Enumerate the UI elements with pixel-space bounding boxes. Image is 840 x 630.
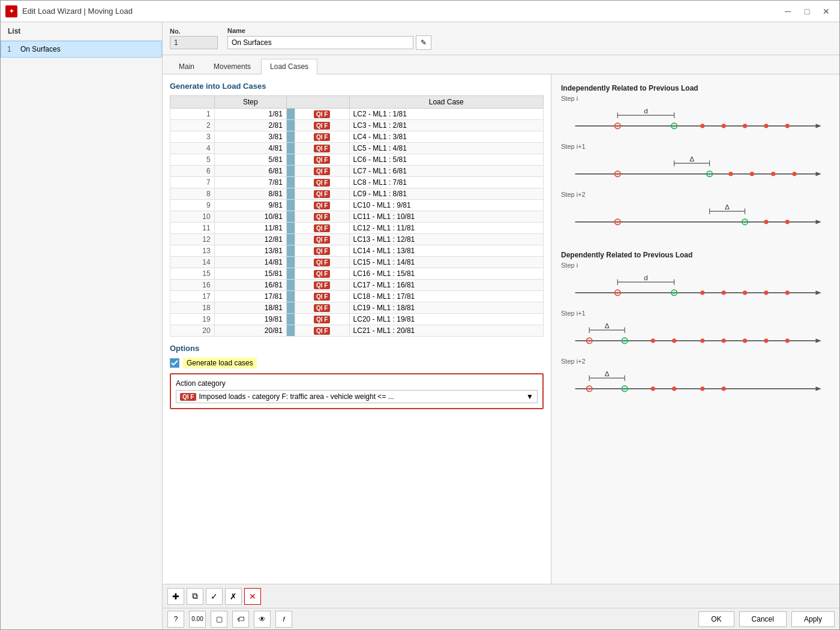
help-button[interactable]: ? bbox=[167, 611, 184, 628]
dep-step-i1-label: Step i+1 bbox=[561, 310, 830, 317]
step-cell: 8/81 bbox=[214, 188, 286, 200]
tab-load-cases[interactable]: Load Cases bbox=[261, 59, 317, 74]
qif-badge: QI F bbox=[314, 247, 330, 255]
step-cell: 14/81 bbox=[214, 257, 286, 268]
panel-content: Generate into Load Cases Step Load Case bbox=[163, 74, 839, 584]
badge-cell: QI F bbox=[295, 291, 349, 302]
lc-cell: LC9 - ML1 : 8/81 bbox=[349, 188, 543, 200]
lc-cell: LC17 - ML1 : 16/81 bbox=[349, 280, 543, 291]
teal-cell-1 bbox=[286, 268, 295, 280]
qif-badge: QI F bbox=[314, 327, 330, 335]
svg-point-13 bbox=[764, 124, 768, 128]
row-num: 19 bbox=[170, 314, 215, 325]
copy-button[interactable]: ⧉ bbox=[187, 588, 203, 605]
step-cell: 18/81 bbox=[214, 302, 286, 314]
teal-cell-1 bbox=[286, 314, 295, 325]
svg-text:Δ: Δ bbox=[689, 155, 694, 163]
lc-cell: LC20 - ML1 : 19/81 bbox=[349, 314, 543, 325]
delete-button[interactable]: ✕ bbox=[244, 588, 261, 605]
svg-marker-20 bbox=[815, 172, 821, 176]
add-button[interactable]: ✚ bbox=[167, 588, 184, 605]
lc-cell: LC6 - ML1 : 5/81 bbox=[349, 154, 543, 166]
tag-button[interactable]: 🏷 bbox=[232, 611, 249, 628]
svg-text:Δ: Δ bbox=[605, 322, 610, 329]
col-step-header: Step bbox=[214, 96, 286, 109]
uncheck-button[interactable]: ✗ bbox=[225, 588, 242, 605]
teal-cell-1 bbox=[286, 154, 295, 166]
row-num: 17 bbox=[170, 291, 215, 302]
svg-marker-78 bbox=[815, 386, 821, 391]
svg-marker-5 bbox=[815, 124, 821, 128]
cancel-button[interactable]: Cancel bbox=[739, 611, 787, 627]
svg-point-36 bbox=[617, 221, 619, 223]
select-button[interactable]: ▢ bbox=[211, 611, 227, 628]
teal-cell-1 bbox=[286, 143, 295, 154]
ind-step-i2-label: Step i+2 bbox=[561, 191, 830, 198]
row-num: 13 bbox=[170, 245, 215, 257]
row-num: 2 bbox=[170, 120, 215, 131]
title-bar-left: ✦ Edit Load Wizard | Moving Load bbox=[5, 5, 133, 17]
lc-cell: LC21 - ML1 : 20/81 bbox=[349, 325, 543, 337]
diagrams-panel: Independently Related to Previous Load S… bbox=[551, 74, 839, 584]
badge-cell: QI F bbox=[295, 280, 349, 291]
ok-button[interactable]: OK bbox=[698, 611, 734, 627]
tab-movements[interactable]: Movements bbox=[205, 59, 260, 74]
svg-text:d: d bbox=[644, 107, 648, 115]
name-field-group: Name ✎ bbox=[227, 27, 431, 50]
lc-cell: LC5 - ML1 : 4/81 bbox=[349, 143, 543, 154]
step-cell: 9/81 bbox=[214, 200, 286, 211]
step-cell: 15/81 bbox=[214, 268, 286, 280]
step-cell: 3/81 bbox=[214, 131, 286, 143]
badge-cell: QI F bbox=[295, 325, 349, 337]
generate-checkbox-label: Generate load cases bbox=[183, 358, 257, 368]
badge-cell: QI F bbox=[295, 200, 349, 211]
qif-badge: QI F bbox=[314, 156, 330, 164]
svg-point-83 bbox=[651, 386, 655, 391]
svg-point-54 bbox=[764, 290, 768, 295]
tab-main[interactable]: Main bbox=[170, 59, 203, 74]
table-row: 12 12/81 QI F LC13 - ML1 : 12/81 bbox=[170, 234, 544, 245]
formula-button[interactable]: f bbox=[275, 611, 292, 628]
teal-cell-1 bbox=[286, 302, 295, 314]
sidebar-item-1[interactable]: 1 On Surfaces bbox=[1, 41, 162, 58]
teal-cell-1 bbox=[286, 131, 295, 143]
teal-cell-1 bbox=[286, 223, 295, 234]
app-icon: ✦ bbox=[5, 5, 17, 17]
sidebar: List 1 On Surfaces bbox=[1, 22, 163, 629]
apply-button[interactable]: Apply bbox=[791, 611, 835, 627]
svg-point-72 bbox=[785, 338, 790, 343]
step-cell: 7/81 bbox=[214, 177, 286, 188]
check-button[interactable]: ✓ bbox=[206, 588, 223, 605]
generate-checkbox[interactable] bbox=[170, 358, 179, 368]
table-row: 1 1/81 QI F LC2 - ML1 : 1/81 bbox=[170, 109, 544, 120]
no-input[interactable] bbox=[170, 36, 218, 49]
units-button[interactable]: 0.00 bbox=[189, 611, 206, 628]
lc-cell: LC4 - ML1 : 3/81 bbox=[349, 131, 543, 143]
minimize-button[interactable]: ─ bbox=[779, 3, 796, 20]
name-edit-button[interactable]: ✎ bbox=[416, 35, 431, 50]
eye-button[interactable]: 👁 bbox=[254, 611, 271, 628]
qif-badge: QI F bbox=[314, 304, 330, 312]
svg-text:d: d bbox=[644, 274, 648, 281]
svg-point-69 bbox=[722, 338, 726, 343]
svg-marker-46 bbox=[815, 290, 821, 295]
col-lc-header: Load Case bbox=[349, 96, 543, 109]
action-category-label: Action category bbox=[176, 379, 538, 388]
row-num: 8 bbox=[170, 188, 215, 200]
svg-text:Δ: Δ bbox=[605, 370, 610, 377]
lc-cell: LC18 - ML1 : 17/81 bbox=[349, 291, 543, 302]
name-input[interactable] bbox=[227, 36, 413, 49]
row-num: 18 bbox=[170, 302, 215, 314]
qif-badge: QI F bbox=[314, 122, 330, 130]
row-num: 10 bbox=[170, 211, 215, 223]
qif-badge: QI F bbox=[314, 213, 330, 221]
name-label: Name bbox=[227, 27, 431, 34]
sidebar-item-label: On Surfaces bbox=[20, 45, 61, 53]
step-cell: 11/81 bbox=[214, 223, 286, 234]
close-button[interactable]: ✕ bbox=[818, 3, 835, 20]
left-main-panel: Generate into Load Cases Step Load Case bbox=[163, 74, 551, 584]
badge-cell: QI F bbox=[295, 188, 349, 200]
action-category-select[interactable]: QI F Imposed loads - category F: traffic… bbox=[176, 390, 538, 403]
maximize-button[interactable]: □ bbox=[799, 3, 815, 20]
table-row: 9 9/81 QI F LC10 - ML1 : 9/81 bbox=[170, 200, 544, 211]
